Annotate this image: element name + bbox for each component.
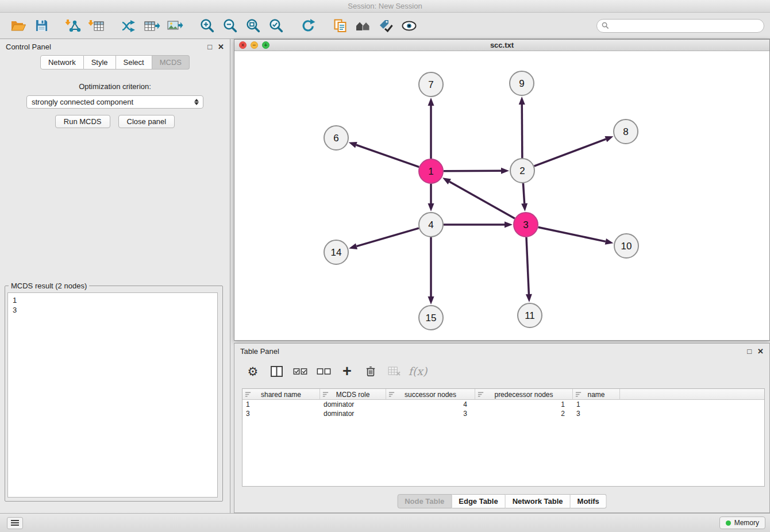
show-hide-details-button[interactable] — [398, 16, 421, 36]
graph-edge-3-10[interactable] — [538, 228, 606, 242]
close-panel-icon[interactable]: ✕ — [218, 43, 224, 51]
maximize-window-icon[interactable]: + — [262, 41, 270, 49]
control-panel-header: Control Panel □ ✕ — [0, 39, 230, 54]
duplicate-view-button[interactable] — [329, 16, 352, 36]
table-cell[interactable]: 2 — [475, 409, 573, 418]
table-cell[interactable]: dominator — [320, 400, 386, 409]
node-table: shared nameMCDS rolesuccessor nodesprede… — [242, 388, 765, 487]
list-icon — [10, 519, 20, 526]
delete-row-button[interactable] — [363, 363, 379, 380]
mcds-result-area[interactable]: 13 — [7, 292, 218, 498]
graph-edge-arrow-icon — [349, 142, 357, 148]
network-window: × − + scc.txt 7968124310141511 — [234, 39, 770, 341]
column-header-shared-name[interactable]: shared name — [242, 389, 320, 400]
table-cell[interactable]: dominator — [320, 409, 386, 418]
network-window-titlebar[interactable]: × − + scc.txt — [234, 40, 769, 51]
gear-icon: ⚙ — [248, 365, 259, 377]
table-cell[interactable]: 3 — [573, 409, 620, 418]
zoom-in-button[interactable] — [195, 16, 218, 36]
import-table-button[interactable] — [85, 16, 108, 36]
refresh-button[interactable] — [297, 16, 319, 36]
float-panel-icon[interactable]: □ — [207, 43, 212, 51]
function-icon: f(x) — [409, 365, 428, 377]
zoom-selected-button[interactable] — [264, 16, 287, 36]
graph-node-label: 10 — [621, 241, 632, 252]
tab-network-table[interactable]: Network Table — [506, 494, 571, 508]
table-row[interactable]: 3dominator323 — [242, 409, 764, 418]
column-header-MCDS-role[interactable]: MCDS role — [320, 389, 386, 400]
tab-network[interactable]: Network — [40, 55, 84, 70]
column-settings-button[interactable]: ⚙ — [245, 363, 261, 380]
annotation-button[interactable] — [375, 16, 398, 36]
open-session-button[interactable] — [7, 16, 30, 36]
graph-edge-arrow-icon — [605, 238, 614, 245]
graph-edge-arrow-icon — [605, 136, 613, 142]
graph-edge-4-14[interactable] — [357, 228, 419, 246]
column-header-successor-nodes[interactable]: successor nodes — [386, 389, 475, 400]
graph-edge-2-9[interactable] — [522, 105, 522, 158]
table-cell[interactable]: 1 — [573, 400, 620, 409]
graph-edge-1-6[interactable] — [356, 145, 419, 167]
zoom-out-button[interactable] — [218, 16, 241, 36]
close-panel-button[interactable]: Close panel — [118, 115, 175, 128]
search-input[interactable] — [612, 20, 764, 32]
graph-edge-1-2[interactable] — [444, 171, 501, 171]
graph-edge-2-3[interactable] — [523, 183, 524, 203]
toggle-columns-button[interactable] — [268, 363, 284, 380]
close-window-icon[interactable]: × — [239, 41, 247, 49]
float-panel-icon[interactable]: □ — [747, 348, 752, 355]
mcds-result-group: MCDS result (2 nodes) 13 — [5, 282, 223, 502]
column-header-predecessor-nodes[interactable]: predecessor nodes — [475, 389, 573, 400]
tab-edge-table[interactable]: Edge Table — [452, 494, 505, 508]
tab-style[interactable]: Style — [84, 55, 116, 70]
function-builder-button[interactable]: f(x) — [410, 363, 426, 380]
graph-edge-2-8[interactable] — [534, 139, 606, 166]
export-table-button[interactable] — [140, 16, 163, 36]
table-cell[interactable]: 4 — [386, 400, 475, 409]
memory-status-dot — [726, 521, 731, 526]
tab-mcds[interactable]: MCDS — [152, 55, 190, 70]
column-header-label: MCDS role — [336, 391, 370, 399]
overview-button[interactable] — [352, 16, 375, 36]
zoom-selected-icon — [269, 18, 283, 33]
run-mcds-button[interactable]: Run MCDS — [55, 115, 110, 128]
table-cell[interactable]: 1 — [475, 400, 573, 409]
optimization-dropdown[interactable]: strongly connected component — [26, 95, 203, 109]
table-body: 1dominator4113dominator323 — [242, 400, 764, 418]
refresh-icon — [301, 18, 315, 33]
table-tabs: Node Table Edge Table Network Table Moti… — [397, 494, 607, 508]
graph-node-label: 14 — [331, 247, 342, 258]
delete-table-button[interactable] — [386, 363, 402, 380]
graph-edge-arrow-icon — [428, 203, 434, 211]
import-network-icon — [66, 19, 82, 33]
table-cell[interactable]: 3 — [386, 409, 475, 418]
minimize-window-icon[interactable]: − — [251, 41, 258, 49]
deselect-all-button[interactable] — [315, 363, 332, 380]
graph-edge-3-1[interactable] — [449, 182, 515, 218]
graph-edge-3-11[interactable] — [526, 237, 529, 294]
save-session-button[interactable] — [30, 16, 53, 36]
close-panel-icon[interactable]: ✕ — [757, 348, 764, 355]
graph-edge-arrow-icon — [521, 203, 528, 211]
table-cell[interactable]: 1 — [242, 400, 320, 409]
search-box[interactable] — [596, 19, 764, 33]
table-row[interactable]: 1dominator411 — [242, 400, 764, 409]
select-all-button[interactable] — [292, 363, 308, 380]
tab-select[interactable]: Select — [116, 55, 152, 70]
export-image-button[interactable] — [163, 16, 186, 36]
tab-node-table[interactable]: Node Table — [397, 494, 452, 508]
table-cell[interactable]: 3 — [242, 409, 320, 418]
dropdown-selected-value: strongly connected component — [32, 98, 192, 106]
graph-node-label: 15 — [426, 313, 437, 323]
import-network-button[interactable] — [62, 16, 85, 36]
add-row-button[interactable]: + — [339, 363, 355, 380]
network-canvas[interactable]: 7968124310141511 — [234, 51, 769, 340]
tab-motifs[interactable]: Motifs — [571, 494, 607, 508]
column-header-name[interactable]: name — [573, 389, 620, 400]
memory-button[interactable]: Memory — [719, 516, 765, 529]
panel-list-button[interactable] — [7, 517, 23, 529]
zoom-fit-button[interactable] — [241, 16, 264, 36]
duplicate-view-icon — [333, 19, 347, 33]
export-network-button[interactable] — [117, 16, 140, 36]
column-header-label: shared name — [261, 391, 301, 399]
